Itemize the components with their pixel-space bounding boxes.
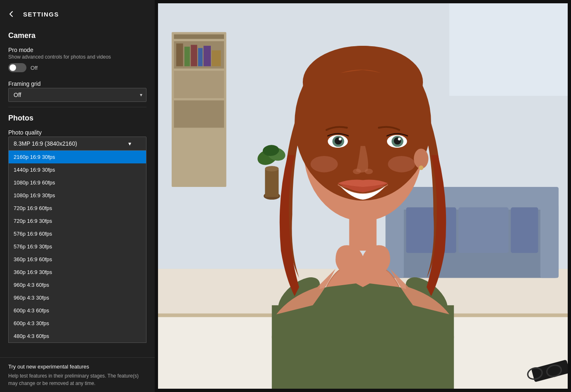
dropdown-item-4[interactable]: 720p 16:9 60fps xyxy=(9,202,146,215)
section-divider xyxy=(8,107,146,107)
dropdown-item-7[interactable]: 576p 16:9 30fps xyxy=(9,240,146,253)
framing-grid-select-wrapper: Off Rule of thirds Crosshair Square Gold… xyxy=(8,88,146,102)
svg-rect-13 xyxy=(191,45,197,66)
svg-rect-25 xyxy=(386,205,404,278)
photo-quality-select-box[interactable]: 8.3MP 16:9 (3840x2160) ▾ xyxy=(8,137,146,151)
camera-preview-container xyxy=(158,3,568,389)
svg-rect-16 xyxy=(212,50,221,66)
dropdown-item-3[interactable]: 1080p 16:9 30fps xyxy=(9,189,146,202)
svg-rect-27 xyxy=(406,208,456,253)
dropdown-item-0[interactable]: 2160p 16:9 30fps xyxy=(9,151,146,163)
svg-rect-6 xyxy=(174,34,224,39)
camera-preview-image xyxy=(158,3,568,389)
pro-mode-off-label: Off xyxy=(31,65,38,71)
photo-quality-setting: Photo quality 8.3MP 16:9 (3840x2160) ▾ 2… xyxy=(8,129,146,343)
sidebar: SETTINGS Camera Pro mode Show advanced c… xyxy=(0,0,155,392)
svg-rect-11 xyxy=(176,43,183,66)
back-button[interactable] xyxy=(5,7,18,21)
settings-title: SETTINGS xyxy=(23,11,59,18)
dropdown-item-5[interactable]: 720p 16:9 30fps xyxy=(9,215,146,227)
dropdown-item-13[interactable]: 600p 4:3 30fps xyxy=(9,317,146,330)
dropdown-item-14[interactable]: 480p 4:3 60fps xyxy=(9,330,146,342)
toggle-thumb xyxy=(9,64,16,71)
svg-point-58 xyxy=(311,156,338,172)
pro-mode-toggle-row: Off xyxy=(8,63,146,72)
photos-section-label: Photos xyxy=(8,114,146,123)
footer-note: Try out new experimental features Help t… xyxy=(0,357,155,392)
main-camera-view xyxy=(155,0,571,392)
framing-grid-label: Framing grid xyxy=(8,80,146,87)
footer-note-title: Try out new experimental features xyxy=(8,363,146,371)
svg-point-54 xyxy=(353,169,361,174)
photo-quality-dropdown: 2160p 16:9 30fps 1440p 16:9 30fps 1080p … xyxy=(8,151,146,343)
dropdown-item-2[interactable]: 1080p 16:9 60fps xyxy=(9,176,146,189)
dropdown-item-12[interactable]: 600p 4:3 60fps xyxy=(9,304,146,317)
svg-rect-10 xyxy=(174,130,224,166)
svg-rect-39 xyxy=(272,305,454,389)
dropdown-item-8[interactable]: 360p 16:9 60fps xyxy=(9,253,146,266)
svg-rect-12 xyxy=(184,47,190,66)
svg-rect-9 xyxy=(174,100,224,128)
framing-grid-setting: Framing grid Off Rule of thirds Crosshai… xyxy=(8,80,146,102)
camera-section-label: Camera xyxy=(8,31,146,40)
svg-point-53 xyxy=(398,138,401,141)
dropdown-item-10[interactable]: 960p 4:3 60fps xyxy=(9,279,146,291)
svg-point-59 xyxy=(388,156,415,172)
dropdown-item-1[interactable]: 1440p 16:9 30fps xyxy=(9,163,146,176)
photo-quality-chevron-icon: ▾ xyxy=(128,140,131,147)
svg-point-57 xyxy=(419,165,423,170)
svg-rect-14 xyxy=(198,48,203,66)
pro-mode-toggle[interactable] xyxy=(8,63,26,72)
footer-note-description: Help test features in their preliminary … xyxy=(8,372,146,387)
photo-quality-label: Photo quality xyxy=(8,129,146,136)
svg-point-45 xyxy=(303,46,423,119)
dropdown-item-11[interactable]: 960p 4:3 30fps xyxy=(9,291,146,304)
svg-rect-28 xyxy=(458,208,508,253)
svg-point-55 xyxy=(365,169,373,174)
dropdown-item-6[interactable]: 576p 16:9 60fps xyxy=(9,227,146,240)
photo-quality-value: 8.3MP 16:9 (3840x2160) xyxy=(14,140,77,147)
camera-section: Camera Pro mode Show advanced controls f… xyxy=(8,31,146,102)
svg-rect-8 xyxy=(174,71,224,98)
svg-rect-26 xyxy=(540,205,559,278)
svg-point-52 xyxy=(339,138,342,141)
svg-rect-4 xyxy=(449,3,568,96)
sidebar-content: Camera Pro mode Show advanced controls f… xyxy=(0,28,155,357)
pro-mode-description: Show advanced controls for photos and vi… xyxy=(8,54,146,60)
pro-mode-setting: Pro mode Show advanced controls for phot… xyxy=(8,47,146,72)
svg-point-19 xyxy=(265,166,278,171)
dropdown-item-9[interactable]: 360p 16:9 30fps xyxy=(9,266,146,279)
framing-grid-select[interactable]: Off Rule of thirds Crosshair Square Gold… xyxy=(8,88,146,102)
photos-section: Photos Photo quality 8.3MP 16:9 (3840x21… xyxy=(8,114,146,343)
settings-header: SETTINGS xyxy=(0,0,155,28)
svg-rect-15 xyxy=(203,46,211,66)
svg-rect-18 xyxy=(265,169,278,197)
svg-rect-29 xyxy=(511,208,538,253)
toggle-track xyxy=(8,63,26,72)
pro-mode-label: Pro mode xyxy=(8,47,146,53)
